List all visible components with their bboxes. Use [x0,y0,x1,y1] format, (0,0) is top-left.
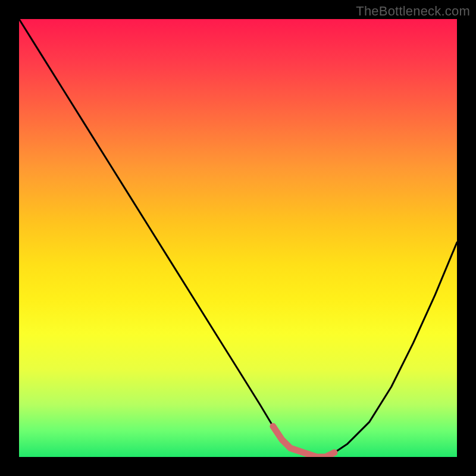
watermark-text: TheBottleneck.com [356,4,470,19]
chart-svg [19,19,457,457]
plot-area [19,19,457,457]
highlight-segment [273,426,334,457]
main-curve [19,19,457,457]
chart-frame: TheBottleneck.com [0,0,476,476]
